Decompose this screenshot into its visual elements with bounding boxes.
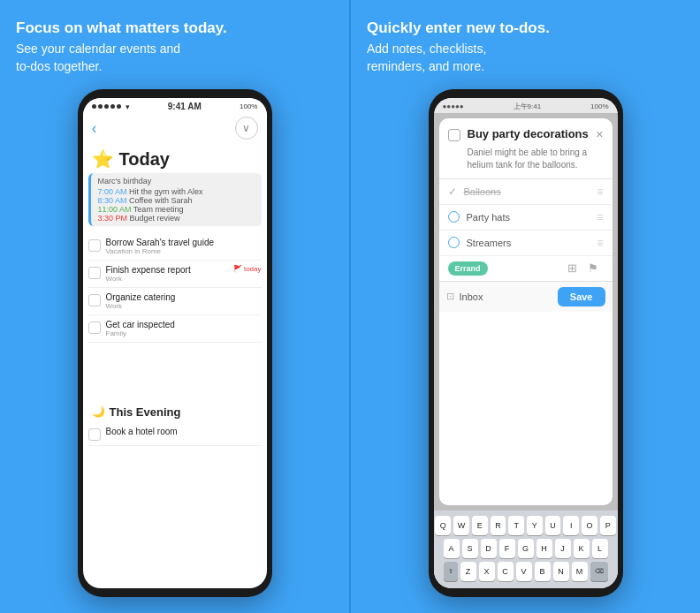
cal-event-4: 3:30 PM Budget review [98, 214, 255, 223]
keyboard-row-3: ⇧ Z X C V B N M ⌫ [436, 562, 616, 581]
todo-checkbox-5[interactable] [88, 428, 101, 441]
flag-icon: 🚩 [233, 265, 242, 273]
inbox-icon: ⊡ [446, 291, 454, 302]
flag-icon[interactable]: ⚑ [588, 261, 598, 275]
key-P[interactable]: P [600, 516, 616, 535]
key-O[interactable]: O [582, 516, 597, 535]
wifi-icon: ▾ [126, 102, 130, 111]
list-item: Get car inspected Family [88, 315, 262, 343]
status-time-right: 上午9:41 [514, 102, 542, 111]
key-F[interactable]: F [499, 539, 515, 558]
todo-content-4: Get car inspected Family [106, 320, 262, 337]
key-G[interactable]: G [518, 539, 534, 558]
today-title: Today [119, 149, 170, 170]
circle-empty-icon[interactable] [448, 211, 460, 223]
left-app-content: ‹ ∨ ⭐ Today Marc's birthday 7:00 AM Hit … [83, 113, 267, 588]
key-V[interactable]: V [516, 562, 532, 581]
modal-overlay: Buy party decorations × Daniel might be … [434, 113, 618, 511]
back-button[interactable]: ‹ [92, 119, 97, 138]
key-N[interactable]: N [553, 562, 569, 581]
modal-header: Buy party decorations × [439, 118, 612, 147]
checklist-item-streamers: Streamers ≡ [439, 231, 612, 256]
today-badge: 🚩today [233, 265, 262, 273]
save-button[interactable]: Save [558, 287, 605, 306]
key-J[interactable]: J [555, 539, 571, 558]
birthday-event: Marc's birthday [98, 177, 255, 185]
battery-indicator: 100% [240, 102, 257, 110]
reorder-icon: ≡ [597, 237, 603, 249]
calendar-icon[interactable]: ⊞ [567, 261, 577, 275]
cal-event-1: 7:00 AM Hit the gym with Alex [98, 187, 255, 196]
tag-row: Errand ⊞ ⚑ [439, 256, 612, 281]
circle-empty-icon[interactable] [448, 237, 460, 248]
key-E[interactable]: E [472, 516, 488, 535]
calendar-block: Marc's birthday 7:00 AM Hit the gym with… [88, 173, 262, 226]
todo-content-1: Borrow Sarah's travel guide Vacation in … [106, 238, 262, 255]
key-T[interactable]: T [508, 516, 524, 535]
right-subtext: Add notes, checklists,reminders, and mor… [367, 41, 684, 75]
keyboard: Q W E R T Y U I O P A S D F G H [434, 511, 618, 588]
todo-checkbox-4[interactable] [88, 322, 101, 334]
evening-section-header: 🌙 This Evening [83, 400, 267, 420]
key-W[interactable]: W [453, 516, 469, 535]
key-I[interactable]: I [563, 516, 579, 535]
key-B[interactable]: B [535, 562, 551, 581]
star-icon: ⭐ [92, 148, 114, 170]
left-phone-screen: ▾ 9:41 AM 100% ‹ ∨ ⭐ Today [83, 98, 267, 588]
key-D[interactable]: D [481, 539, 497, 558]
checklist-item-party-hats: Party hats ≡ [439, 205, 612, 231]
key-A[interactable]: A [444, 539, 460, 558]
signal-dots: ●●●●● [443, 102, 464, 110]
modal-note: Daniel might be able to bring a helium t… [439, 147, 612, 178]
todo-checkbox-1[interactable] [88, 239, 101, 252]
filter-button[interactable]: ∨ [235, 117, 258, 140]
cal-event-2: 8:30 AM Coffee with Sarah [98, 196, 255, 205]
todo-content-2: Finish expense report Work [106, 265, 233, 283]
key-Q[interactable]: Q [435, 516, 451, 535]
checklist-label: Party hats [467, 212, 590, 223]
key-H[interactable]: H [536, 539, 552, 558]
todo-content-5: Book a hotel room [106, 427, 262, 436]
moon-icon: 🌙 [92, 405, 105, 418]
evening-title: This Evening [110, 405, 181, 419]
list-item: Borrow Sarah's travel guide Vacation in … [88, 233, 262, 261]
key-M[interactable]: M [572, 562, 588, 581]
battery-right: 100% [590, 102, 608, 110]
delete-key[interactable]: ⌫ [590, 562, 608, 581]
key-R[interactable]: R [491, 516, 506, 535]
list-item: Finish expense report Work 🚩today [88, 261, 262, 288]
left-phone-frame: ▾ 9:41 AM 100% ‹ ∨ ⭐ Today [78, 89, 272, 597]
status-time: 9:41 AM [168, 102, 202, 111]
inbox-label: Inbox [460, 291, 552, 302]
left-panel: Focus on what matters today. See your ca… [0, 0, 349, 613]
left-headline: Focus on what matters today. [16, 19, 333, 37]
todo-checkbox-2[interactable] [88, 267, 101, 279]
checklist-label: Balloons [464, 186, 590, 197]
key-X[interactable]: X [479, 562, 495, 581]
app-nav: ‹ ∨ [83, 113, 267, 143]
key-S[interactable]: S [462, 539, 478, 558]
cal-event-3: 11:00 AM Team meeting [98, 205, 255, 214]
checkmark-icon: ✓ [448, 185, 457, 198]
reorder-icon: ≡ [597, 185, 603, 198]
right-phone-screen: ●●●●● 上午9:41 100% Buy party decorations … [434, 98, 618, 588]
todo-checkbox-3[interactable] [88, 294, 101, 306]
key-U[interactable]: U [545, 516, 561, 535]
tag-pill[interactable]: Errand [448, 261, 488, 276]
right-status-bar: ●●●●● 上午9:41 100% [434, 98, 618, 113]
key-Z[interactable]: Z [460, 562, 476, 581]
modal-task-checkbox[interactable] [448, 129, 460, 141]
key-Y[interactable]: Y [527, 516, 543, 535]
keyboard-row-2: A S D F G H J K L [436, 539, 616, 558]
key-K[interactable]: K [574, 539, 590, 558]
key-C[interactable]: C [498, 562, 514, 581]
keyboard-row-1: Q W E R T Y U I O P [436, 516, 616, 535]
todo-content-3: Organize catering Work [106, 292, 262, 310]
key-L[interactable]: L [592, 539, 608, 558]
shift-key[interactable]: ⇧ [444, 562, 458, 581]
modal-title: Buy party decorations [468, 127, 590, 140]
list-item: Book a hotel room [88, 422, 262, 446]
todo-list: Borrow Sarah's travel guide Vacation in … [83, 231, 267, 399]
signal-dots: ▾ [92, 102, 130, 111]
close-icon[interactable]: × [596, 127, 603, 141]
